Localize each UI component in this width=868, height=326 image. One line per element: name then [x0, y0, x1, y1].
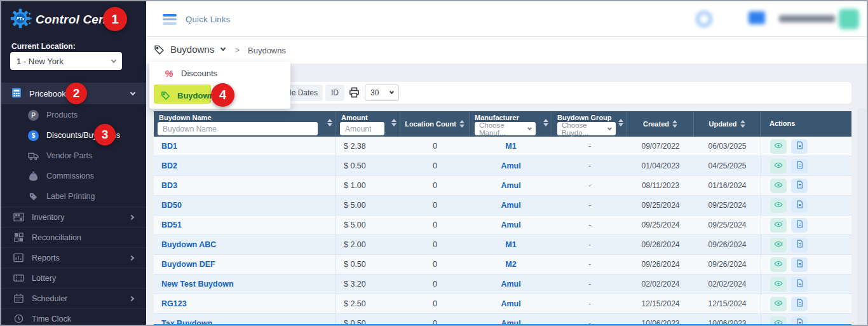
sort-icon[interactable]	[391, 119, 397, 126]
avatar[interactable]	[839, 9, 859, 29]
sort-icon[interactable]	[672, 120, 677, 128]
sort-icon[interactable]	[740, 120, 745, 128]
sidebar-item-discounts-buydowns[interactable]: $ Discounts/Buydowns	[1, 125, 146, 146]
buydown-name-link[interactable]: BD51	[161, 221, 182, 229]
chevron-right-icon	[129, 295, 134, 301]
moneybag-icon	[28, 171, 39, 182]
page-size-select[interactable]: 30	[365, 85, 399, 101]
sort-icon[interactable]	[543, 119, 548, 126]
buydown-group-cell: -	[552, 294, 627, 313]
view-button[interactable]	[770, 179, 787, 193]
sort-icon[interactable]	[459, 120, 465, 128]
buydown-name-link[interactable]: BD50	[161, 201, 182, 210]
quick-links-button[interactable]: Quick Links	[186, 15, 231, 24]
sort-icon[interactable]	[327, 119, 332, 126]
view-button[interactable]	[770, 139, 787, 154]
actions-cell	[761, 235, 851, 254]
sidebar-item-lottery[interactable]: Lottery	[1, 268, 146, 288]
sidebar-item-products[interactable]: P Products	[1, 105, 146, 125]
sidebar-item-label: Reports	[32, 254, 60, 262]
location-count-cell: 0	[400, 156, 470, 175]
buydown-name-link[interactable]: Tax Buydown	[161, 319, 212, 326]
view-button[interactable]	[770, 257, 787, 272]
buydown-group-cell: -	[552, 275, 627, 294]
view-button[interactable]	[770, 218, 787, 233]
details-button[interactable]	[791, 159, 808, 173]
buydown-name-link[interactable]: New Test Buydown	[161, 280, 234, 289]
menu-item-discounts[interactable]: % Discounts	[149, 62, 290, 85]
printer-icon[interactable]	[348, 86, 360, 101]
details-button[interactable]	[791, 297, 808, 311]
manufacturer-cell: M1	[470, 137, 552, 156]
buydown-name-link[interactable]: BD2	[161, 161, 177, 170]
manufacturer-cell: Amul	[470, 294, 552, 313]
location-select[interactable]: 1 - New York	[10, 52, 122, 70]
buydown-name-link[interactable]: Buydown DEF	[161, 260, 215, 269]
app-window: FTx Control Center Current Location: 1 -…	[0, 0, 868, 326]
buydown-name-link[interactable]: Buydown ABC	[161, 240, 216, 249]
hamburger-icon[interactable]	[163, 14, 177, 27]
created-cell: 12/15/2024	[627, 294, 694, 313]
chevron-down-icon[interactable]	[220, 46, 226, 51]
details-button[interactable]	[791, 218, 808, 233]
sidebar-item-commissions[interactable]: Commissions	[1, 166, 146, 186]
details-button[interactable]	[791, 277, 808, 292]
calendar-icon	[13, 293, 24, 304]
manufacturer-cell: Amul	[470, 196, 552, 215]
created-cell: 09/07/2022	[627, 137, 694, 156]
details-button[interactable]	[791, 257, 808, 272]
ticket-icon	[13, 273, 24, 284]
svg-text:FTx: FTx	[17, 17, 25, 22]
view-button[interactable]	[770, 198, 787, 213]
amount-filter-input[interactable]	[340, 122, 384, 135]
sidebar-item-label-printing[interactable]: Label Printing	[1, 186, 146, 207]
buydown-name-link[interactable]: BD3	[161, 181, 177, 190]
breadcrumb-section[interactable]: Buydowns	[170, 44, 214, 55]
buydown-group-cell: -	[552, 215, 627, 234]
breadcrumb-page: Buydowns	[248, 46, 286, 55]
actions-cell	[761, 156, 851, 175]
actions-cell	[761, 196, 851, 215]
location-count-cell: 0	[400, 215, 470, 234]
buydown-name-cell: RG123	[154, 294, 336, 313]
view-button[interactable]	[770, 238, 787, 252]
buydown-group-cell: -	[552, 255, 627, 274]
location-count-cell: 0	[400, 176, 470, 195]
details-button[interactable]	[791, 139, 808, 154]
flag-icon[interactable]	[749, 11, 765, 24]
details-button[interactable]	[791, 179, 808, 193]
sidebar-item-reconciliation[interactable]: Reconciliation	[1, 227, 146, 247]
document-icon	[796, 220, 804, 230]
eye-icon	[774, 259, 783, 270]
manufacturer-cell: Amul	[470, 156, 552, 175]
sidebar-item-reports[interactable]: Reports	[1, 247, 146, 268]
dollar-icon: $	[28, 130, 39, 141]
eye-icon	[774, 279, 783, 290]
buydown-name-link[interactable]: BD1	[161, 142, 177, 151]
eye-icon	[774, 299, 783, 309]
view-button[interactable]	[770, 297, 787, 311]
buydown-group-filter-select[interactable]: Choose Buydo...	[557, 122, 616, 135]
manufacturer-filter-select[interactable]: Choose Manuf...	[475, 122, 536, 135]
sidebar-item-inventory[interactable]: Inventory	[1, 207, 146, 227]
percent-icon: %	[163, 68, 175, 79]
buydown-name-filter-input[interactable]	[158, 122, 318, 135]
vertical-scrollbar[interactable]	[857, 108, 866, 326]
logo-gear-icon: FTx	[9, 6, 33, 34]
details-button[interactable]	[791, 238, 808, 252]
actions-cell	[761, 294, 851, 313]
sort-icon[interactable]	[618, 119, 623, 126]
view-button[interactable]	[770, 277, 787, 292]
id-button[interactable]: ID	[325, 85, 344, 101]
sidebar-item-vendor-parts[interactable]: Vendor Parts	[1, 146, 146, 166]
buydown-name-link[interactable]: RG123	[161, 299, 187, 308]
sidebar-item-scheduler[interactable]: Scheduler	[1, 288, 146, 308]
details-button[interactable]	[791, 198, 808, 213]
sidebar-item-time-clock[interactable]: Time Clock	[1, 308, 146, 326]
eye-icon	[774, 240, 783, 250]
table-header: Buydown Name Amount Location Count Manuf…	[154, 111, 851, 137]
manufacturer-cell: Amul	[470, 176, 552, 195]
notification-icon[interactable]	[696, 11, 712, 27]
chevron-down-icon	[111, 57, 116, 62]
view-button[interactable]	[770, 159, 787, 173]
